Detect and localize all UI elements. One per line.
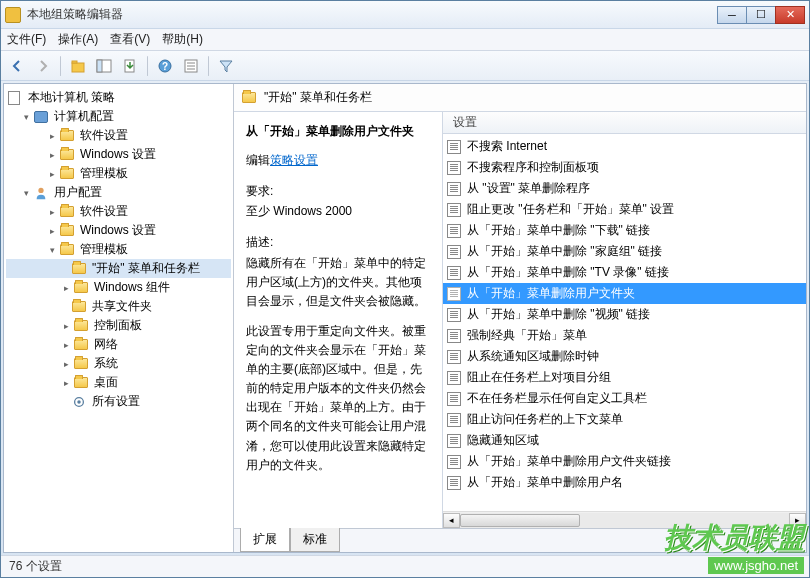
export-button[interactable]	[118, 54, 142, 78]
minimize-button[interactable]: ─	[717, 6, 747, 24]
list-item[interactable]: 隐藏通知区域	[443, 430, 806, 451]
tree-label: 管理模板	[80, 241, 128, 258]
forward-button[interactable]	[31, 54, 55, 78]
tree-network[interactable]: ▸ 网络	[6, 335, 231, 354]
list-item-label: 从「开始」菜单中删除用户名	[467, 474, 623, 491]
collapse-icon[interactable]: ▾	[46, 244, 58, 256]
list-item[interactable]: 不在任务栏显示任何自定义工具栏	[443, 388, 806, 409]
view-tabs: 扩展 标准	[234, 528, 806, 552]
show-hide-tree-button[interactable]	[92, 54, 116, 78]
tree-desktop[interactable]: ▸ 桌面	[6, 373, 231, 392]
scroll-track[interactable]	[460, 513, 789, 528]
menu-view[interactable]: 查看(V)	[110, 31, 150, 48]
toolbar: ?	[1, 51, 809, 81]
menu-file[interactable]: 文件(F)	[7, 31, 46, 48]
tree-label: 共享文件夹	[92, 298, 152, 315]
tab-standard[interactable]: 标准	[290, 528, 340, 552]
list-item[interactable]: 从系统通知区域删除时钟	[443, 346, 806, 367]
tree-label: 用户配置	[54, 184, 102, 201]
list-item[interactable]: 阻止更改 "任务栏和「开始」菜单" 设置	[443, 199, 806, 220]
tree-cc-software[interactable]: ▸ 软件设置	[6, 126, 231, 145]
tree-uc-software[interactable]: ▸ 软件设置	[6, 202, 231, 221]
filter-button[interactable]	[214, 54, 238, 78]
tree-label: Windows 设置	[80, 222, 156, 239]
collapse-icon[interactable]: ▾	[20, 111, 32, 123]
expand-icon[interactable]: ▸	[46, 225, 58, 237]
tree-shared-folders[interactable]: 共享文件夹	[6, 297, 231, 316]
expand-icon[interactable]: ▸	[60, 339, 72, 351]
list-item-label: 从「开始」菜单中删除 "家庭组" 链接	[467, 243, 662, 260]
tree-control-panel[interactable]: ▸ 控制面板	[6, 316, 231, 335]
horizontal-scrollbar[interactable]: ◂ ▸	[443, 511, 806, 528]
list-item[interactable]: 从「开始」菜单删除用户文件夹	[443, 283, 806, 304]
list-item[interactable]: 阻止访问任务栏的上下文菜单	[443, 409, 806, 430]
expand-icon[interactable]: ▸	[60, 320, 72, 332]
menu-help[interactable]: 帮助(H)	[162, 31, 203, 48]
expand-icon[interactable]: ▸	[46, 130, 58, 142]
policy-item-icon	[447, 266, 461, 280]
scroll-right-button[interactable]: ▸	[789, 513, 806, 528]
settings-icon	[72, 395, 86, 409]
expand-icon[interactable]: ▸	[46, 206, 58, 218]
tree-cc-admin[interactable]: ▸ 管理模板	[6, 164, 231, 183]
tree-user-config[interactable]: ▾ 用户配置	[6, 183, 231, 202]
list-item[interactable]: 从 "设置" 菜单删除程序	[443, 178, 806, 199]
tree-uc-admin[interactable]: ▾ 管理模板	[6, 240, 231, 259]
tree-root[interactable]: 本地计算机 策略	[6, 88, 231, 107]
folder-icon	[72, 301, 86, 312]
policy-item-icon	[447, 329, 461, 343]
tree-computer-config[interactable]: ▾ 计算机配置	[6, 107, 231, 126]
tree-label: 软件设置	[80, 127, 128, 144]
list-item-label: 从「开始」菜单中删除 "下载" 链接	[467, 222, 650, 239]
titlebar[interactable]: 本地组策略编辑器 ─ ☐ ✕	[1, 1, 809, 29]
settings-list[interactable]: 不搜索 Internet不搜索程序和控制面板项从 "设置" 菜单删除程序阻止更改…	[443, 134, 806, 511]
list-item[interactable]: 从「开始」菜单中删除 "视频" 链接	[443, 304, 806, 325]
list-item[interactable]: 从「开始」菜单中删除用户文件夹链接	[443, 451, 806, 472]
scroll-left-button[interactable]: ◂	[443, 513, 460, 528]
expand-icon[interactable]: ▸	[60, 358, 72, 370]
scroll-thumb[interactable]	[460, 514, 580, 527]
status-count: 76 个设置	[9, 558, 62, 575]
maximize-button[interactable]: ☐	[746, 6, 776, 24]
list-item[interactable]: 从「开始」菜单中删除 "家庭组" 链接	[443, 241, 806, 262]
expand-icon[interactable]: ▸	[60, 282, 72, 294]
requirements: 要求: 至少 Windows 2000	[246, 182, 430, 220]
req-label: 要求:	[246, 182, 430, 201]
up-button[interactable]	[66, 54, 90, 78]
collapse-icon[interactable]: ▾	[20, 187, 32, 199]
tree-win-components[interactable]: ▸ Windows 组件	[6, 278, 231, 297]
tree-system[interactable]: ▸ 系统	[6, 354, 231, 373]
policy-item-icon	[447, 140, 461, 154]
window-controls: ─ ☐ ✕	[718, 6, 805, 24]
tree-cc-windows[interactable]: ▸ Windows 设置	[6, 145, 231, 164]
help-button[interactable]: ?	[153, 54, 177, 78]
folder-icon	[74, 320, 88, 331]
expand-icon[interactable]: ▸	[46, 168, 58, 180]
right-header: "开始" 菜单和任务栏	[234, 84, 806, 112]
menu-action[interactable]: 操作(A)	[58, 31, 98, 48]
properties-button[interactable]	[179, 54, 203, 78]
tree-uc-windows[interactable]: ▸ Windows 设置	[6, 221, 231, 240]
list-item[interactable]: 从「开始」菜单中删除 "下载" 链接	[443, 220, 806, 241]
list-item[interactable]: 从「开始」菜单中删除用户名	[443, 472, 806, 493]
list-item[interactable]: 阻止在任务栏上对项目分组	[443, 367, 806, 388]
policy-item-icon	[447, 287, 461, 301]
col-header-label: 设置	[453, 114, 477, 131]
list-item[interactable]: 不搜索 Internet	[443, 136, 806, 157]
list-item[interactable]: 强制经典「开始」菜单	[443, 325, 806, 346]
list-item[interactable]: 不搜索程序和控制面板项	[443, 157, 806, 178]
tree-start-taskbar[interactable]: "开始" 菜单和任务栏	[6, 259, 231, 278]
back-button[interactable]	[5, 54, 29, 78]
tree-label: 本地计算机 策略	[28, 89, 115, 106]
tree-panel[interactable]: 本地计算机 策略 ▾ 计算机配置 ▸ 软件设置 ▸ Windows 设置 ▸ 管…	[4, 84, 234, 552]
tab-extended[interactable]: 扩展	[240, 528, 290, 552]
list-item-label: 从「开始」菜单中删除 "TV 录像" 链接	[467, 264, 669, 281]
list-item[interactable]: 从「开始」菜单中删除 "TV 录像" 链接	[443, 262, 806, 283]
close-button[interactable]: ✕	[775, 6, 805, 24]
settings-column-header[interactable]: 设置	[443, 112, 806, 134]
svg-point-11	[38, 187, 43, 192]
expand-icon[interactable]: ▸	[46, 149, 58, 161]
edit-policy-link[interactable]: 策略设置	[270, 153, 318, 167]
expand-icon[interactable]: ▸	[60, 377, 72, 389]
tree-all-settings[interactable]: 所有设置	[6, 392, 231, 411]
